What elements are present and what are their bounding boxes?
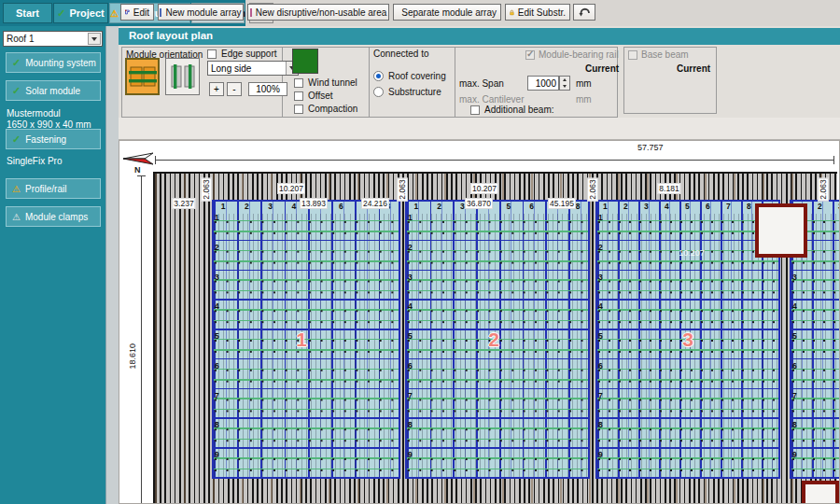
top-dimension-value: 57.757: [636, 143, 665, 152]
row-number: 2: [408, 244, 413, 252]
dimension-label: 2.063: [818, 177, 829, 201]
sidebar-item-mounting-system[interactable]: ✓ Mounting system: [6, 52, 101, 73]
sidebar-item-fastening[interactable]: ✓ Fastening: [6, 129, 101, 149]
max-span-unit: mm: [576, 78, 592, 89]
edit-substructure-button[interactable]: Edit Substr.: [505, 4, 570, 21]
max-span-stepper[interactable]: [559, 76, 570, 91]
panel-title: Roof layout plan: [129, 30, 213, 41]
module-bearing-rail-checkbox: [525, 50, 535, 60]
edit-button[interactable]: Edit: [120, 4, 154, 21]
row-number: 8: [408, 421, 413, 429]
offset-checkbox[interactable]: [294, 91, 303, 101]
row-number: 1: [598, 214, 603, 222]
wind-tunnel-checkbox[interactable]: [294, 78, 303, 88]
edit-button-label: Edit: [133, 7, 149, 18]
row-number: 7: [792, 392, 797, 400]
splitter[interactable]: [105, 26, 119, 504]
stepper-down-icon[interactable]: [560, 83, 569, 90]
column-number: 6: [339, 203, 343, 211]
wind-tunnel-label: Wind tunnel: [308, 77, 357, 88]
row-number: 5: [792, 332, 797, 341]
sidebar-item-label: Solar module: [25, 86, 80, 96]
zoom-in-label: +: [214, 84, 219, 94]
row-number: 9: [598, 451, 603, 459]
orientation-landscape-button[interactable]: [125, 58, 160, 95]
column-number: 2: [437, 203, 441, 211]
non-usable-area[interactable]: [755, 203, 807, 258]
column-number: 3: [268, 203, 273, 211]
panel-title-band: Roof layout plan: [119, 28, 840, 45]
roof-selector[interactable]: Roof 1: [3, 31, 103, 47]
stepper-up-icon[interactable]: [560, 77, 569, 83]
fastening-product: SingleFix Pro: [7, 156, 62, 167]
additional-beam-checkbox[interactable]: [470, 105, 480, 115]
non-usable-area[interactable]: [802, 481, 839, 504]
left-dimension-line: [141, 175, 142, 504]
substructure-radio[interactable]: [373, 87, 384, 97]
row-number: 6: [598, 362, 603, 371]
roof-plan-world: N 57.757 18.610 123456781234567891123456…: [119, 140, 840, 504]
orientation-portrait-button[interactable]: [165, 58, 200, 95]
chevron-down-icon[interactable]: [88, 33, 101, 45]
canvas[interactable]: N 57.757 18.610 123456781234567891123456…: [119, 140, 840, 504]
north-arrow-icon: [122, 151, 156, 166]
warning-icon: ⚠: [12, 184, 21, 194]
column-number: 1: [221, 203, 226, 211]
column-number: 6: [706, 203, 710, 211]
orientation-side-select[interactable]: Long side: [207, 61, 299, 76]
check-icon: ✓: [12, 85, 21, 97]
row-number: 2: [598, 244, 603, 252]
new-disruptive-area-button[interactable]: New disruptive/non-usable area: [247, 4, 389, 21]
dimension-label: 2.063: [201, 177, 212, 201]
zoom-out-button[interactable]: -: [227, 82, 242, 96]
max-span-input[interactable]: 1000: [527, 76, 559, 91]
column-number: 3: [460, 203, 465, 211]
roof-selector-value: Roof 1: [7, 34, 34, 44]
row-number: 8: [598, 421, 603, 429]
column-number: 4: [665, 203, 669, 211]
row-number: 5: [408, 332, 413, 341]
edge-support-checkbox[interactable]: [207, 49, 217, 59]
row-number: 3: [408, 273, 413, 282]
toolbar-undo-button[interactable]: [573, 4, 595, 21]
column-number: 2: [623, 203, 628, 211]
sidebar-item-label: Fastening: [25, 134, 66, 145]
dimension-label: 2.063: [587, 177, 598, 201]
tab-project[interactable]: ✓ Project: [53, 3, 108, 23]
dimension-label: 45.195: [548, 198, 576, 209]
new-disruptive-area-label: New disruptive/non-usable area: [256, 7, 387, 18]
zoom-level-field[interactable]: 100%: [248, 82, 287, 96]
current-label: Current: [585, 63, 619, 74]
sidebar-item-solar-module[interactable]: ✓ Solar module: [6, 80, 101, 101]
sidebar-item-profile-rail[interactable]: ⚠ Profile/rail: [6, 178, 101, 199]
dimension-label: 24.216: [361, 198, 389, 209]
compaction-checkbox[interactable]: [294, 105, 303, 114]
sidebar-item-module-clamps[interactable]: ⚠ Module clamps: [6, 206, 101, 227]
max-cantilever-label: max. Cantilever: [459, 94, 524, 105]
top-dimension-line: [155, 160, 834, 161]
offset-label: Offset: [308, 91, 333, 101]
row-number: 9: [792, 451, 797, 459]
tab-start[interactable]: Start: [3, 3, 52, 23]
roof-covering-radio[interactable]: [373, 71, 384, 81]
row-number: 6: [215, 362, 219, 371]
separate-module-array-button[interactable]: Separate module array: [393, 4, 501, 21]
new-module-array-button[interactable]: New module array: [158, 4, 244, 21]
row-number: 8: [215, 421, 219, 429]
row-number: 3: [792, 273, 797, 282]
array-number-label: 1: [296, 329, 307, 351]
column-number: 4: [291, 203, 296, 211]
row-number: 6: [792, 362, 797, 371]
zoom-in-button[interactable]: +: [209, 82, 224, 96]
row-number: 5: [598, 332, 603, 341]
zoom-level-value: 100%: [256, 84, 280, 94]
tab-project-label: Project: [69, 7, 104, 19]
pink-square-icon: [250, 8, 252, 17]
module-bearing-rail-label: Module-bearing rail: [539, 49, 619, 60]
zoom-out-label: -: [232, 84, 235, 94]
row-number: 7: [598, 392, 603, 400]
roof-covering-color-swatch[interactable]: [292, 49, 318, 74]
max-cantilever-unit: mm: [576, 94, 592, 105]
row-number: 9: [408, 451, 413, 459]
dimension-label: 8.181: [657, 183, 680, 194]
